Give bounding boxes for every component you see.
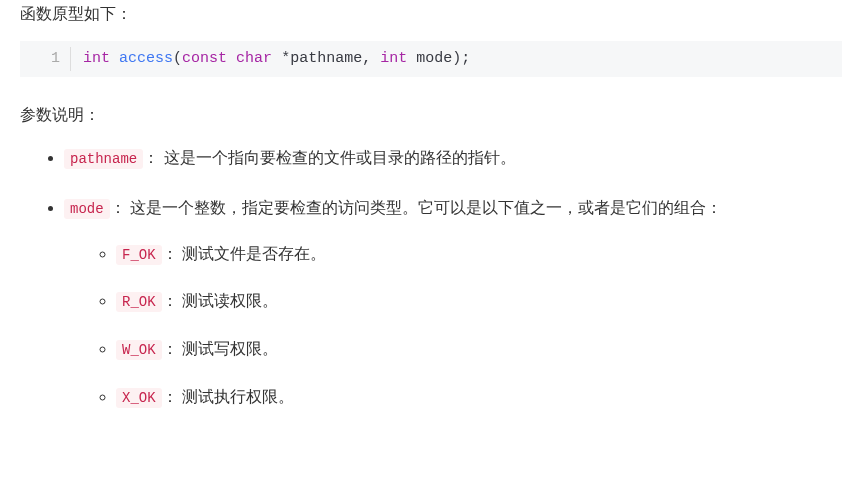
params-heading: 参数说明： (20, 105, 842, 126)
separator: ： (110, 199, 126, 216)
const-name: W_OK (116, 340, 162, 360)
separator: ： (162, 292, 178, 309)
list-item: mode： 这是一个整数，指定要检查的访问类型。它可以是以下值之一，或者是它们的… (64, 194, 842, 411)
separator: ： (162, 340, 178, 357)
params-list: pathname： 这是一个指向要检查的文件或目录的路径的指针。 mode： 这… (20, 144, 842, 411)
token-punct: ( (173, 50, 182, 67)
const-name: F_OK (116, 245, 162, 265)
token-func: access (119, 50, 173, 67)
token-arg: pathname (290, 50, 362, 67)
token-type: int (380, 50, 407, 67)
list-item: W_OK： 测试写权限。 (116, 335, 842, 363)
list-item: pathname： 这是一个指向要检查的文件或目录的路径的指针。 (64, 144, 842, 172)
list-item: R_OK： 测试读权限。 (116, 287, 842, 315)
code-line: int access(const char *pathname, int mod… (83, 47, 470, 71)
code-block: 1 int access(const char *pathname, int m… (20, 41, 842, 77)
document-content: 函数原型如下： 1 int access(const char *pathnam… (0, 0, 862, 443)
token-keyword: const (182, 50, 227, 67)
token-type: int (83, 50, 110, 67)
list-item: X_OK： 测试执行权限。 (116, 383, 842, 411)
const-desc: 测试文件是否存在。 (182, 245, 326, 262)
token-keyword: char (236, 50, 272, 67)
separator: ： (143, 149, 159, 166)
token-punct: ) (452, 50, 461, 67)
const-desc: 测试写权限。 (182, 340, 278, 357)
const-name: X_OK (116, 388, 162, 408)
line-number: 1 (20, 47, 71, 71)
sub-list: F_OK： 测试文件是否存在。 R_OK： 测试读权限。 W_OK： 测试写权限… (64, 240, 842, 411)
token-arg: mode (416, 50, 452, 67)
token-punct: , (362, 50, 380, 67)
token-punct: ; (461, 50, 470, 67)
param-name: pathname (64, 149, 143, 169)
param-desc: 这是一个指向要检查的文件或目录的路径的指针。 (164, 149, 516, 166)
const-desc: 测试读权限。 (182, 292, 278, 309)
const-name: R_OK (116, 292, 162, 312)
param-name: mode (64, 199, 110, 219)
param-desc: 这是一个整数，指定要检查的访问类型。它可以是以下值之一，或者是它们的组合： (130, 199, 722, 216)
const-desc: 测试执行权限。 (182, 388, 294, 405)
token-star: * (281, 50, 290, 67)
separator: ： (162, 245, 178, 262)
list-item: F_OK： 测试文件是否存在。 (116, 240, 842, 268)
intro-text: 函数原型如下： (20, 4, 842, 25)
separator: ： (162, 388, 178, 405)
